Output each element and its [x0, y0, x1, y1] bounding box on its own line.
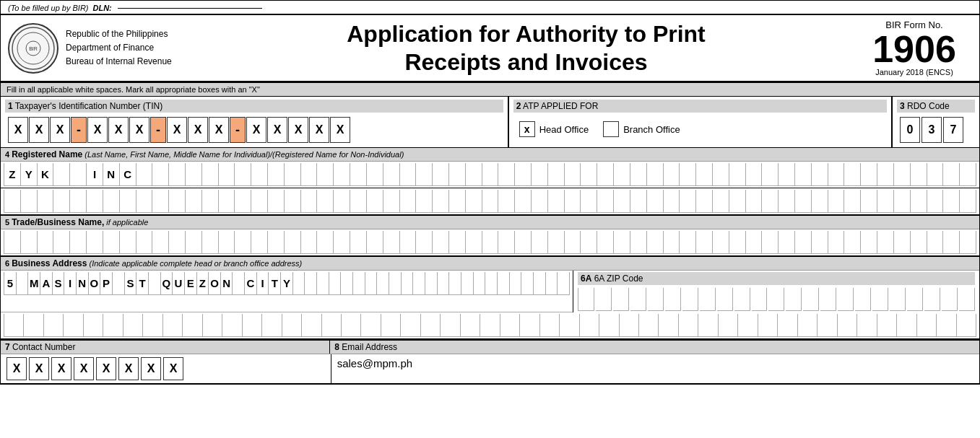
char-box[interactable] — [449, 231, 466, 254]
char-box[interactable] — [377, 272, 389, 295]
char-box[interactable] — [532, 163, 548, 186]
char-box[interactable] — [696, 231, 713, 254]
char-box[interactable] — [400, 190, 417, 213]
char-box[interactable] — [540, 314, 560, 337]
char-box[interactable] — [400, 231, 417, 254]
char-box[interactable] — [317, 272, 329, 295]
char-box[interactable] — [942, 288, 958, 311]
char-box[interactable] — [679, 314, 698, 337]
char-box[interactable] — [53, 231, 70, 254]
contact-char-box[interactable]: X — [74, 357, 94, 380]
char-box[interactable]: I — [257, 272, 269, 295]
char-box[interactable] — [510, 272, 522, 295]
char-box[interactable] — [877, 190, 894, 213]
char-box[interactable] — [70, 231, 87, 254]
char-box[interactable] — [911, 163, 927, 186]
char-box[interactable] — [285, 231, 301, 254]
char-box[interactable] — [219, 163, 235, 186]
char-box[interactable] — [233, 272, 245, 295]
char-box[interactable] — [70, 163, 87, 186]
char-box[interactable] — [449, 190, 466, 213]
char-box[interactable] — [433, 190, 449, 213]
char-box[interactable] — [4, 231, 21, 254]
char-box[interactable] — [251, 231, 268, 254]
char-box[interactable] — [746, 163, 763, 186]
char-box[interactable] — [235, 163, 251, 186]
char-box[interactable] — [548, 231, 565, 254]
char-box[interactable] — [838, 314, 857, 337]
char-box[interactable] — [762, 231, 779, 254]
char-box[interactable] — [959, 288, 975, 311]
char-box[interactable] — [367, 163, 383, 186]
char-box[interactable]: E — [185, 272, 197, 295]
char-box[interactable] — [861, 231, 877, 254]
contact-char-box[interactable]: X — [29, 357, 49, 380]
char-box[interactable] — [596, 288, 612, 311]
rdo-box-3[interactable]: 7 — [943, 117, 963, 143]
char-box[interactable] — [927, 190, 944, 213]
char-box[interactable] — [911, 190, 927, 213]
char-box[interactable]: K — [38, 163, 54, 186]
char-box[interactable] — [301, 231, 318, 254]
char-box[interactable] — [317, 190, 334, 213]
char-box[interactable] — [383, 163, 400, 186]
char-box[interactable] — [696, 163, 713, 186]
char-box[interactable] — [203, 314, 222, 337]
char-box[interactable] — [350, 190, 367, 213]
contact-char-box[interactable]: X — [141, 357, 161, 380]
char-box[interactable] — [520, 314, 539, 337]
char-box[interactable] — [844, 190, 861, 213]
char-box[interactable] — [758, 314, 778, 337]
char-box[interactable] — [500, 314, 520, 337]
char-box[interactable] — [498, 272, 510, 295]
char-box[interactable] — [855, 288, 871, 311]
char-box[interactable] — [202, 231, 219, 254]
char-box[interactable] — [136, 190, 153, 213]
char-box[interactable] — [937, 314, 956, 337]
char-box[interactable] — [219, 231, 235, 254]
char-box[interactable]: I — [87, 163, 103, 186]
tin-box-1-3[interactable]: X — [50, 117, 70, 143]
char-box[interactable] — [779, 231, 795, 254]
char-box[interactable] — [558, 272, 570, 295]
char-box[interactable]: S — [53, 272, 65, 295]
char-box[interactable] — [680, 163, 696, 186]
char-box[interactable] — [532, 231, 548, 254]
char-box[interactable] — [647, 190, 664, 213]
char-box[interactable] — [262, 314, 282, 337]
char-box[interactable] — [548, 190, 565, 213]
char-box[interactable] — [485, 272, 498, 295]
char-box[interactable] — [482, 190, 499, 213]
char-box[interactable] — [729, 190, 746, 213]
char-box[interactable] — [620, 314, 639, 337]
char-box[interactable] — [734, 288, 750, 311]
char-box[interactable]: C — [245, 272, 257, 295]
char-box[interactable] — [322, 314, 342, 337]
char-box[interactable] — [795, 190, 812, 213]
char-box[interactable] — [729, 163, 746, 186]
char-box[interactable] — [521, 272, 534, 295]
char-box[interactable]: A — [40, 272, 53, 295]
char-box[interactable] — [960, 190, 976, 213]
char-box[interactable] — [361, 314, 381, 337]
char-box[interactable] — [960, 231, 976, 254]
char-box[interactable] — [779, 163, 795, 186]
tin-box-2-2[interactable]: X — [108, 117, 129, 143]
char-box[interactable]: P — [100, 272, 113, 295]
char-box[interactable] — [597, 231, 614, 254]
char-box[interactable] — [367, 231, 383, 254]
char-box[interactable] — [21, 190, 38, 213]
char-box[interactable] — [334, 163, 350, 186]
char-box[interactable] — [665, 288, 681, 311]
char-box[interactable] — [482, 231, 499, 254]
char-box[interactable] — [927, 231, 944, 254]
char-box[interactable] — [17, 272, 29, 295]
char-box[interactable] — [798, 314, 818, 337]
tin-box-3-2[interactable]: X — [188, 117, 208, 143]
char-box[interactable] — [202, 190, 219, 213]
char-box[interactable] — [416, 231, 433, 254]
char-box[interactable] — [342, 314, 361, 337]
char-box[interactable] — [341, 272, 353, 295]
char-box[interactable] — [87, 231, 103, 254]
char-box[interactable]: N — [221, 272, 233, 295]
